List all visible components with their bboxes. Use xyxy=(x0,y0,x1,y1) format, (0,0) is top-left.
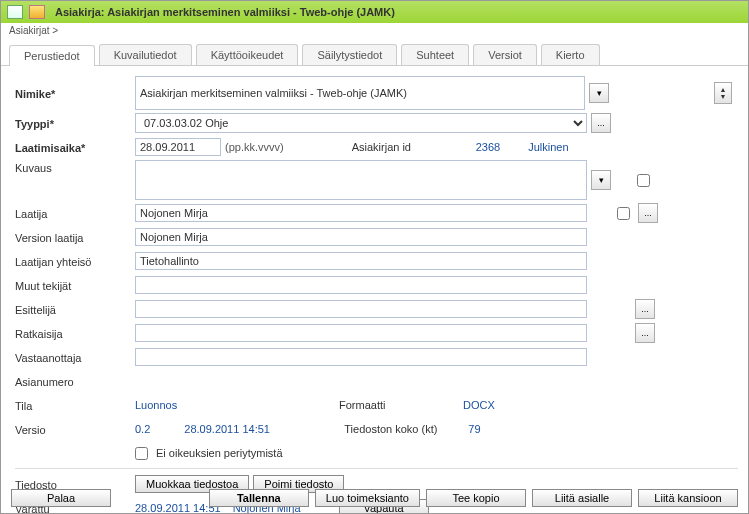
version-laatija-input[interactable] xyxy=(135,228,587,246)
liita-kansioon-button[interactable]: Liitä kansioon xyxy=(638,489,738,507)
label-laatimisaika: Laatimisaika* xyxy=(15,140,135,154)
laatija-more-button[interactable]: ... xyxy=(638,203,658,223)
label-ei-oikeuksien: Ei oikeuksien periytymistä xyxy=(156,447,283,459)
label-tyyppi: Tyyppi* xyxy=(15,116,135,130)
tab-sailytystiedot[interactable]: Säilytystiedot xyxy=(302,44,397,65)
document-icon xyxy=(7,5,23,19)
luo-toimeksianto-button[interactable]: Luo toimeksianto xyxy=(315,489,420,507)
kuvaus-expand-button[interactable]: ▾ xyxy=(591,170,611,190)
esittelija-input[interactable] xyxy=(135,300,587,318)
value-tiedoston-koko: 79 xyxy=(468,423,480,435)
breadcrumb: Asiakirjat > xyxy=(1,23,748,38)
value-asiakirjan-id: 2368 xyxy=(476,141,500,153)
vastaanottaja-input[interactable] xyxy=(135,348,587,366)
label-formaatti: Formaatti xyxy=(339,399,459,411)
folder-icon xyxy=(29,5,45,19)
ratkaisija-more-button[interactable]: ... xyxy=(635,323,655,343)
tab-kierto[interactable]: Kierto xyxy=(541,44,600,65)
kuvaus-textarea[interactable] xyxy=(135,160,587,200)
tab-suhteet[interactable]: Suhteet xyxy=(401,44,469,65)
tab-kayttooikeudet[interactable]: Käyttöoikeudet xyxy=(196,44,299,65)
tyyppi-select[interactable]: 07.03.03.02 Ohje xyxy=(135,113,587,133)
label-vastaanottaja: Vastaanottaja xyxy=(15,350,135,364)
label-ratkaisija: Ratkaisija xyxy=(15,326,135,340)
tab-kuvailutiedot[interactable]: Kuvailutiedot xyxy=(99,44,192,65)
label-versio: Versio xyxy=(15,422,135,436)
nimike-spinner[interactable]: ▲▼ xyxy=(714,82,732,104)
palaa-button[interactable]: Palaa xyxy=(11,489,111,507)
label-esittelija: Esittelijä xyxy=(15,302,135,316)
label-nimike: Nimike* xyxy=(15,86,135,100)
label-kuvaus: Kuvaus xyxy=(15,160,135,174)
laatimisaika-input[interactable] xyxy=(135,138,221,156)
label-asianumero: Asianumero xyxy=(15,374,135,388)
ratkaisija-input[interactable] xyxy=(135,324,587,342)
tab-bar: Perustiedot Kuvailutiedot Käyttöoikeudet… xyxy=(1,38,748,66)
tallenna-button[interactable]: Tallenna xyxy=(209,489,309,507)
label-asiakirjan-id: Asiakirjan id xyxy=(352,141,472,153)
kuvaus-checkbox[interactable] xyxy=(637,174,650,187)
tab-perustiedot[interactable]: Perustiedot xyxy=(9,45,95,66)
title-bar: Asiakirja: Asiakirjan merkitseminen valm… xyxy=(1,1,748,23)
esittelija-more-button[interactable]: ... xyxy=(635,299,655,319)
tyyppi-more-button[interactable]: ... xyxy=(591,113,611,133)
liita-asialle-button[interactable]: Liitä asialle xyxy=(532,489,632,507)
nimike-input[interactable] xyxy=(135,76,585,110)
footer-bar: Palaa Tallenna Luo toimeksianto Tee kopi… xyxy=(11,489,738,507)
window-title: Asiakirja: Asiakirjan merkitseminen valm… xyxy=(55,6,395,18)
value-formaatti: DOCX xyxy=(463,399,495,411)
tab-versiot[interactable]: Versiot xyxy=(473,44,537,65)
value-versio-date: 28.09.2011 14:51 xyxy=(184,423,340,435)
ei-oikeuksien-checkbox[interactable] xyxy=(135,447,148,460)
laatija-input[interactable] xyxy=(135,204,587,222)
label-laatija: Laatija xyxy=(15,206,135,220)
value-versio-num: 0.2 xyxy=(135,423,150,435)
label-tila: Tila xyxy=(15,398,135,412)
date-format-hint: (pp.kk.vvvv) xyxy=(225,141,284,153)
label-laatijan-yhteiso: Laatijan yhteisö xyxy=(15,254,135,268)
laatija-checkbox[interactable] xyxy=(617,207,630,220)
tee-kopio-button[interactable]: Tee kopio xyxy=(426,489,526,507)
label-version-laatija: Version laatija xyxy=(15,230,135,244)
laatijan-yhteiso-input[interactable] xyxy=(135,252,587,270)
breadcrumb-root[interactable]: Asiakirjat > xyxy=(9,25,58,36)
muut-tekijat-input[interactable] xyxy=(135,276,587,294)
value-julkisuus: Julkinen xyxy=(528,141,568,153)
value-tila: Luonnos xyxy=(135,399,335,411)
label-tiedoston-koko: Tiedoston koko (kt) xyxy=(344,423,464,435)
label-muut-tekijat: Muut tekijät xyxy=(15,278,135,292)
nimike-expand-button[interactable]: ▾ xyxy=(589,83,609,103)
